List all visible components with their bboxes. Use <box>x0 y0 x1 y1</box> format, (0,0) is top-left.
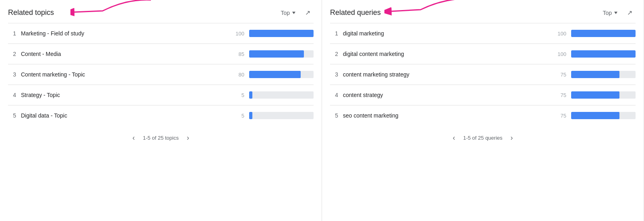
table-row[interactable]: 2 digital content marketing 100 <box>330 44 636 64</box>
row-label: Content - Media <box>21 51 225 57</box>
bar-fill <box>571 50 636 58</box>
row-value: 5 <box>230 113 244 119</box>
right-header-controls: Top ↗ <box>599 7 636 18</box>
row-number: 1 <box>8 30 16 37</box>
row-number: 3 <box>8 71 16 78</box>
table-row[interactable]: 2 Content - Media 85 <box>8 44 314 64</box>
bar-container <box>571 71 636 78</box>
left-pagination-text: 1-5 of 25 topics <box>143 135 179 141</box>
table-row[interactable]: 4 Strategy - Topic 5 <box>8 85 314 105</box>
row-label: content strategy <box>343 92 547 98</box>
row-number: 5 <box>330 112 338 119</box>
table-row[interactable]: 3 content marketing strategy 75 <box>330 64 636 85</box>
row-number: 4 <box>330 92 338 98</box>
right-pagination-text: 1-5 of 25 queries <box>463 135 503 141</box>
bar-fill <box>249 71 301 78</box>
table-row[interactable]: 1 digital marketing 100 <box>330 23 636 44</box>
bar-fill <box>571 112 619 119</box>
row-label: Strategy - Topic <box>21 92 225 98</box>
left-rows-container: 1 Marketing - Field of study 100 2 Conte… <box>8 23 314 126</box>
row-value: 5 <box>230 92 244 98</box>
left-share-icon[interactable]: ↗ <box>302 7 314 18</box>
right-chevron-icon <box>614 12 617 14</box>
bar-container <box>571 30 636 37</box>
related-queries-panel: Related queries Top ↗ 1 digital marketin… <box>322 0 644 221</box>
row-label: digital marketing <box>343 30 547 37</box>
bar-fill <box>571 71 619 78</box>
row-number: 2 <box>8 51 16 57</box>
left-panel-header: Related topics Top ↗ <box>8 0 314 23</box>
right-rows-container: 1 digital marketing 100 2 digital conten… <box>330 23 636 126</box>
left-next-button[interactable]: › <box>184 132 192 144</box>
table-row[interactable]: 5 seo content marketing 75 <box>330 105 636 126</box>
row-value: 75 <box>552 92 566 98</box>
row-value: 85 <box>230 51 244 57</box>
row-number: 2 <box>330 51 338 57</box>
row-label: seo content marketing <box>343 112 547 119</box>
right-prev-button[interactable]: ‹ <box>450 132 458 144</box>
row-value: 100 <box>552 31 566 37</box>
bar-container <box>249 91 314 99</box>
right-panel-title: Related queries <box>330 8 599 17</box>
row-number: 5 <box>8 112 16 119</box>
right-dropdown-label: Top <box>603 10 612 16</box>
bar-container <box>571 50 636 58</box>
bar-container <box>249 112 314 119</box>
bar-fill <box>249 50 304 58</box>
bar-fill <box>249 112 252 119</box>
bar-fill <box>249 91 252 99</box>
left-panel-footer: ‹ 1-5 of 25 topics › <box>8 126 314 147</box>
row-label: Content marketing - Topic <box>21 71 225 78</box>
row-number: 1 <box>330 30 338 37</box>
left-top-dropdown[interactable]: Top <box>277 8 299 18</box>
right-top-dropdown[interactable]: Top <box>599 8 621 18</box>
right-panel-footer: ‹ 1-5 of 25 queries › <box>330 126 636 147</box>
right-panel-header: Related queries Top ↗ <box>330 0 636 23</box>
left-chevron-icon <box>292 12 295 14</box>
bar-container <box>571 91 636 99</box>
row-value: 100 <box>230 31 244 37</box>
bar-container <box>249 50 314 58</box>
related-topics-panel: Related topics Top ↗ 1 Marketing - Field… <box>0 0 322 221</box>
right-next-button[interactable]: › <box>507 132 516 144</box>
right-share-icon[interactable]: ↗ <box>624 7 636 18</box>
table-row[interactable]: 3 Content marketing - Topic 80 <box>8 64 314 85</box>
bar-fill <box>249 30 314 37</box>
table-row[interactable]: 4 content strategy 75 <box>330 85 636 105</box>
row-label: digital content marketing <box>343 51 547 57</box>
left-prev-button[interactable]: ‹ <box>129 132 138 144</box>
row-value: 75 <box>552 113 566 119</box>
row-value: 100 <box>552 51 566 57</box>
bar-container <box>571 112 636 119</box>
bar-fill <box>571 30 636 37</box>
row-label: Digital data - Topic <box>21 112 225 119</box>
row-number: 4 <box>8 92 16 98</box>
bar-container <box>249 71 314 78</box>
row-label: content marketing strategy <box>343 71 547 78</box>
table-row[interactable]: 1 Marketing - Field of study 100 <box>8 23 314 44</box>
row-value: 80 <box>230 72 244 78</box>
row-label: Marketing - Field of study <box>21 30 225 37</box>
row-value: 75 <box>552 72 566 78</box>
bar-container <box>249 30 314 37</box>
left-dropdown-label: Top <box>281 10 290 16</box>
row-number: 3 <box>330 71 338 78</box>
left-panel-title: Related topics <box>8 8 277 17</box>
left-header-controls: Top ↗ <box>277 7 314 18</box>
table-row[interactable]: 5 Digital data - Topic 5 <box>8 105 314 126</box>
bar-fill <box>571 91 619 99</box>
